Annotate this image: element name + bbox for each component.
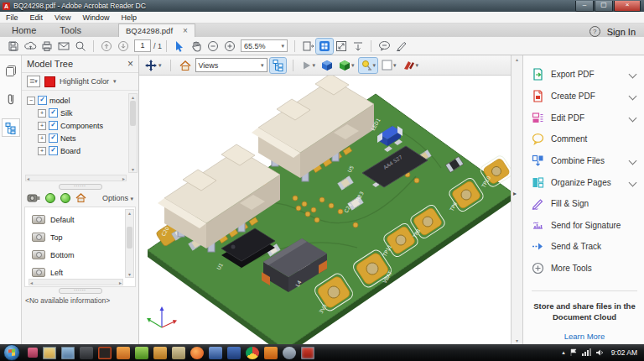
checkbox-nets[interactable]: ✓ — [49, 133, 58, 143]
lighting-icon[interactable]: ▾ — [359, 58, 378, 73]
panel-close-icon[interactable]: × — [127, 58, 133, 70]
tree-item-components[interactable]: + ✓ Components — [27, 119, 137, 132]
minimize-button[interactable]: – — [575, 1, 594, 12]
highlight-color-swatch[interactable] — [44, 76, 55, 87]
tool-export-pdf[interactable]: Export PDF — [532, 64, 637, 86]
tree-item-model[interactable]: − ✓ model — [27, 94, 137, 107]
menu-window[interactable]: Window — [76, 13, 115, 22]
highlighter-icon[interactable] — [392, 39, 409, 54]
previous-page-icon[interactable] — [98, 39, 115, 54]
sign-in-button[interactable]: Sign In — [607, 27, 636, 37]
taskbar-app-icon[interactable] — [98, 347, 112, 359]
tool-send-for-signature[interactable]: Send for Signature — [532, 214, 637, 236]
help-icon[interactable]: ? — [589, 26, 600, 37]
default-view-home-icon[interactable] — [75, 193, 86, 204]
checkbox-components[interactable]: ✓ — [49, 121, 58, 130]
taskbar-app-icon[interactable] — [135, 347, 148, 359]
render-mode-cube-icon[interactable] — [319, 58, 335, 73]
collapse-icon[interactable]: − — [27, 97, 35, 105]
fit-page-icon[interactable] — [316, 39, 333, 54]
firefox-icon[interactable] — [190, 347, 204, 359]
tool-more-tools[interactable]: More Tools — [532, 258, 637, 280]
rotate-tool-icon[interactable]: ▾ — [143, 58, 164, 73]
home-view-icon[interactable] — [178, 58, 193, 73]
3d-model-viewport[interactable]: AA4 S27 — [139, 76, 511, 344]
tree-horizontal-scrollbar[interactable]: ◂▸ — [25, 175, 127, 181]
checkbox-board[interactable]: ✓ — [49, 146, 58, 155]
checkbox-model[interactable]: ✓ — [38, 96, 47, 105]
menu-edit[interactable]: Edit — [24, 13, 49, 22]
view-item-top[interactable]: Top — [32, 228, 125, 246]
tray-expand-icon[interactable]: ▴ — [562, 349, 565, 356]
views-options-button[interactable]: Options ▾ — [102, 194, 133, 202]
tab-document[interactable]: BQ24298.pdf × — [118, 24, 195, 37]
learn-more-link[interactable]: Learn More — [532, 332, 637, 341]
tool-create-pdf[interactable]: Create PDF — [532, 86, 637, 107]
save-icon[interactable] — [5, 39, 22, 54]
chevron-down-icon[interactable] — [629, 92, 637, 101]
action-center-flag-icon[interactable] — [569, 348, 578, 357]
create-view-icon[interactable] — [45, 193, 55, 203]
acrobat-taskbar-icon[interactable] — [301, 347, 314, 359]
tool-combine-files[interactable]: Combine Files — [532, 150, 637, 172]
panel-collapse-icon[interactable]: ▸ — [513, 190, 517, 197]
menu-file[interactable]: File — [0, 13, 24, 22]
hand-tool-icon[interactable] — [188, 39, 205, 54]
view-item-bottom[interactable]: Bottom — [32, 246, 125, 264]
expand-icon[interactable]: + — [38, 134, 46, 143]
chrome-icon[interactable] — [246, 347, 259, 359]
tree-item-silk[interactable]: + ✓ Silk — [27, 107, 137, 119]
tree-item-nets[interactable]: + ✓ Nets — [27, 132, 137, 144]
taskbar-app-icon[interactable] — [283, 347, 296, 359]
tree-view-options-icon[interactable]: ☰▾ — [27, 76, 40, 87]
search-icon[interactable] — [72, 39, 89, 54]
views-dropdown[interactable]: Views▾ — [195, 58, 267, 72]
chevron-down-icon[interactable] — [629, 156, 637, 165]
expand-icon[interactable]: + — [38, 122, 46, 130]
tree-item-board[interactable]: + ✓ Board — [27, 144, 137, 157]
chevron-down-icon[interactable] — [629, 71, 637, 79]
tree-scrollbar[interactable]: ▴▾ — [128, 93, 138, 173]
vertical-scrollbar[interactable]: ▴ ▾ ▸ — [511, 55, 523, 344]
taskbar-clock[interactable]: 9:02 AM — [611, 348, 637, 357]
model-render-cube-icon[interactable]: ▾ — [337, 58, 356, 73]
volume-icon[interactable] — [595, 348, 604, 357]
close-button[interactable]: × — [614, 1, 641, 12]
comment-bubble-icon[interactable] — [376, 39, 392, 54]
taskbar-app-icon[interactable] — [80, 347, 93, 359]
panel-splitter[interactable]: •••••• — [22, 183, 138, 190]
cloud-upload-icon[interactable] — [22, 39, 39, 54]
background-color-icon[interactable]: ▾ — [380, 58, 398, 73]
menu-view[interactable]: View — [49, 13, 76, 22]
views-horizontal-scrollbar[interactable]: ◂▸ — [29, 279, 123, 285]
panel-splitter[interactable]: •••••• — [22, 287, 138, 294]
tab-close-icon[interactable]: × — [183, 26, 188, 35]
remote-desktop-icon[interactable] — [61, 347, 75, 359]
update-view-icon[interactable] — [60, 193, 70, 203]
attachments-icon[interactable] — [3, 91, 19, 107]
word-icon[interactable] — [227, 347, 241, 359]
tab-home[interactable]: Home — [0, 25, 48, 37]
next-page-icon[interactable] — [115, 39, 132, 54]
expand-icon[interactable]: + — [38, 147, 46, 155]
email-icon[interactable] — [55, 39, 72, 54]
expand-icon[interactable]: + — [38, 109, 46, 118]
print-icon[interactable] — [39, 39, 55, 54]
chevron-down-icon[interactable] — [629, 178, 637, 186]
menu-help[interactable]: Help — [115, 13, 143, 22]
tool-send-track[interactable]: Send & Track — [532, 236, 637, 258]
tab-tools[interactable]: Tools — [48, 25, 93, 37]
view-item-default[interactable]: Default — [32, 211, 125, 228]
cross-section-icon[interactable]: ▾ — [401, 58, 421, 73]
views-scrollbar[interactable]: ▴▾ — [125, 209, 134, 278]
taskbar-app-icon[interactable] — [28, 348, 38, 358]
chevron-down-icon[interactable] — [629, 113, 637, 122]
media-player-icon[interactable] — [117, 347, 130, 359]
tool-edit-pdf[interactable]: Edit PDF — [532, 107, 637, 128]
model-tree-toggle-icon[interactable] — [270, 58, 286, 73]
model-tree-panel-icon[interactable] — [3, 119, 19, 136]
play-animation-icon[interactable]: ▾ — [300, 58, 318, 73]
highlight-color-dropdown-icon[interactable]: ▾ — [113, 78, 117, 85]
taskbar-app-icon[interactable] — [153, 347, 167, 359]
read-mode-icon[interactable] — [350, 39, 366, 54]
